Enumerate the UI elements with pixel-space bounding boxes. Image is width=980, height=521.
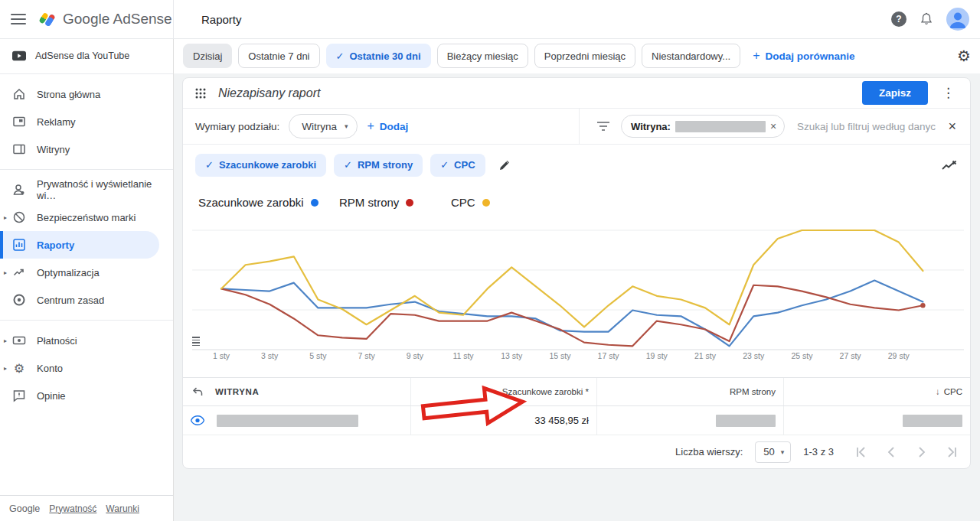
sidebar-item-brand-safety[interactable]: ▸ Bezpieczeństwo marki bbox=[0, 204, 173, 231]
table-header-cpc[interactable]: ↓ CPC bbox=[783, 378, 970, 405]
legend-dot bbox=[311, 199, 318, 207]
table-header-rpm[interactable]: RPM strony bbox=[596, 378, 783, 405]
legend-label: RPM strony bbox=[339, 196, 399, 209]
next-page-icon[interactable] bbox=[915, 445, 929, 459]
sidebar-item-policy-center[interactable]: Centrum zasad bbox=[0, 286, 173, 314]
legend-item-rpm[interactable]: RPM strony bbox=[339, 196, 413, 209]
plus-icon: + bbox=[753, 49, 760, 63]
add-dimension-label: Dodaj bbox=[380, 121, 409, 132]
filter-icon[interactable] bbox=[596, 119, 610, 133]
x-axis-label: 25 sty bbox=[791, 351, 813, 360]
cell-cpc bbox=[783, 406, 970, 435]
rows-per-page-value: 50 bbox=[763, 446, 774, 458]
report-card: Niezapisany raport Zapisz ⋮ Wymiary podz… bbox=[182, 77, 971, 469]
sidebar-item-payments[interactable]: ▸ Płatności bbox=[0, 327, 173, 354]
grid-icon[interactable] bbox=[194, 86, 207, 100]
sidebar-item-label: Raporty bbox=[37, 239, 74, 251]
topbar-icons: ? bbox=[891, 8, 980, 31]
main-content: Dzisiaj Ostatnie 7 dni ✓ Ostatnie 30 dni… bbox=[174, 38, 980, 521]
sidebar-item-ads[interactable]: Reklamy bbox=[0, 108, 173, 135]
report-title: Niezapisany raport bbox=[218, 86, 851, 100]
notifications-bell-icon[interactable] bbox=[920, 12, 933, 26]
sidebar-item-label: Prywatność i wyświetlanie wi… bbox=[37, 178, 173, 201]
metric-chip-cpc[interactable]: ✓ CPC bbox=[430, 154, 485, 177]
table-header-witryna[interactable]: WITRYNA bbox=[183, 378, 410, 405]
hide-chart-icon[interactable] bbox=[941, 158, 958, 172]
column-label: RPM strony bbox=[730, 387, 776, 396]
metrics-row: ✓ Szacunkowe zarobki ✓ RPM strony ✓ CPC bbox=[183, 145, 970, 185]
rows-per-page-select[interactable]: 50 ▾ bbox=[755, 441, 791, 463]
chevron-down-icon: ▾ bbox=[345, 122, 348, 130]
last-page-icon[interactable] bbox=[946, 445, 959, 459]
sidebar-item-sites[interactable]: Witryny bbox=[0, 135, 173, 163]
add-dimension-button[interactable]: + Dodaj bbox=[367, 119, 408, 133]
metric-chip-earnings[interactable]: ✓ Szacunkowe zarobki bbox=[195, 154, 326, 177]
sidebar-item-label: Płatności bbox=[37, 335, 77, 347]
settings-gear-icon[interactable]: ⚙ bbox=[957, 47, 971, 65]
table-row[interactable]: 33 458,95 zł bbox=[183, 406, 970, 435]
x-axis-label: 1 sty bbox=[213, 351, 230, 360]
brand-text: Google AdSense bbox=[63, 11, 172, 28]
chevron-down-icon: ▾ bbox=[781, 448, 785, 456]
sidebar-item-privacy[interactable]: Prywatność i wyświetlanie wi… bbox=[0, 176, 173, 204]
x-axis-label: 7 sty bbox=[358, 351, 376, 360]
help-icon[interactable]: ? bbox=[891, 11, 906, 27]
privacy-link[interactable]: Prywatność bbox=[49, 503, 96, 514]
sidebar-item-feedback[interactable]: Opinie bbox=[0, 382, 173, 409]
x-axis-label: 13 sty bbox=[501, 351, 523, 360]
sidebar-footer: Google Prywatność Warunki bbox=[0, 495, 173, 521]
legend-item-earnings[interactable]: Szacunkowe zarobki bbox=[198, 196, 318, 209]
chart-section: Szacunkowe zarobki RPM strony CPC 1 sty3… bbox=[183, 185, 970, 371]
feedback-icon bbox=[12, 389, 26, 402]
x-axis-label: 17 sty bbox=[598, 351, 620, 360]
date-chip-today[interactable]: Dzisiaj bbox=[183, 44, 232, 68]
pagination-bar: Liczba wierszy: 50 ▾ 1-3 z 3 bbox=[183, 435, 970, 468]
date-chip-last-7-days[interactable]: Ostatnie 7 dni bbox=[238, 44, 319, 68]
edit-metrics-pencil-icon[interactable] bbox=[498, 158, 511, 172]
expand-caret-icon[interactable]: ▸ bbox=[4, 337, 7, 344]
date-chip-custom[interactable]: Niestandardowy... bbox=[642, 44, 740, 68]
active-filter-chip[interactable]: Witryna: × bbox=[621, 115, 785, 138]
undo-arrow-icon[interactable] bbox=[191, 385, 204, 399]
check-icon: ✓ bbox=[344, 159, 352, 171]
dimensions-section: Wymiary podziału: Witryna ▾ + Dodaj bbox=[183, 109, 579, 144]
date-chip-current-month[interactable]: Bieżący miesiąc bbox=[437, 44, 528, 68]
eye-icon[interactable] bbox=[191, 414, 204, 428]
save-button[interactable]: Zapisz bbox=[862, 81, 928, 105]
sidebar-item-home[interactable]: Strona główna bbox=[0, 80, 173, 108]
blocked-icon bbox=[12, 210, 26, 224]
reports-chart-icon bbox=[12, 238, 26, 252]
clear-filters-icon[interactable]: × bbox=[948, 119, 956, 135]
legend-item-cpc[interactable]: CPC bbox=[451, 196, 490, 209]
sidebar-item-account[interactable]: ▸ ⚙ Konto bbox=[0, 354, 173, 382]
user-avatar[interactable] bbox=[946, 8, 969, 31]
metric-chip-rpm[interactable]: ✓ RPM strony bbox=[334, 154, 423, 177]
first-page-icon[interactable] bbox=[854, 445, 867, 459]
dimensions-label: Wymiary podziału: bbox=[195, 121, 279, 132]
search-input[interactable] bbox=[795, 120, 937, 133]
expand-caret-icon[interactable]: ▸ bbox=[4, 365, 7, 372]
sidebar-item-optimization[interactable]: ▸ Optymalizacja bbox=[0, 259, 173, 286]
home-icon bbox=[12, 87, 26, 101]
table-header-earnings[interactable]: Szacunkowe zarobki * bbox=[410, 378, 596, 405]
column-label: CPC bbox=[944, 387, 962, 396]
expand-caret-icon[interactable]: ▸ bbox=[4, 214, 7, 221]
expand-caret-icon[interactable]: ▸ bbox=[4, 269, 7, 276]
previous-page-icon[interactable] bbox=[884, 445, 898, 459]
axis-menu-icon[interactable] bbox=[192, 337, 200, 346]
date-range-bar: Dzisiaj Ostatnie 7 dni ✓ Ostatnie 30 dni… bbox=[174, 38, 980, 73]
topbar-left: Google AdSense bbox=[0, 0, 174, 38]
menu-icon[interactable] bbox=[11, 14, 26, 24]
date-chip-previous-month[interactable]: Poprzedni miesiąc bbox=[534, 44, 635, 68]
sidebar-item-adsense-youtube[interactable]: AdSense dla YouTube bbox=[0, 38, 173, 74]
date-chip-last-30-days[interactable]: ✓ Ostatnie 30 dni bbox=[326, 44, 431, 68]
dimension-select[interactable]: Witryna ▾ bbox=[289, 114, 358, 138]
x-axis-label: 19 sty bbox=[646, 351, 668, 360]
add-comparison-button[interactable]: + Dodaj porównanie bbox=[753, 49, 854, 63]
sidebar-item-reports[interactable]: Raporty bbox=[0, 231, 159, 259]
adsense-logo: Google AdSense bbox=[37, 9, 172, 29]
terms-link[interactable]: Warunki bbox=[106, 503, 139, 514]
kebab-menu-icon[interactable]: ⋮ bbox=[939, 85, 958, 101]
x-axis-label: 3 sty bbox=[261, 351, 279, 360]
remove-filter-icon[interactable]: × bbox=[770, 120, 776, 132]
